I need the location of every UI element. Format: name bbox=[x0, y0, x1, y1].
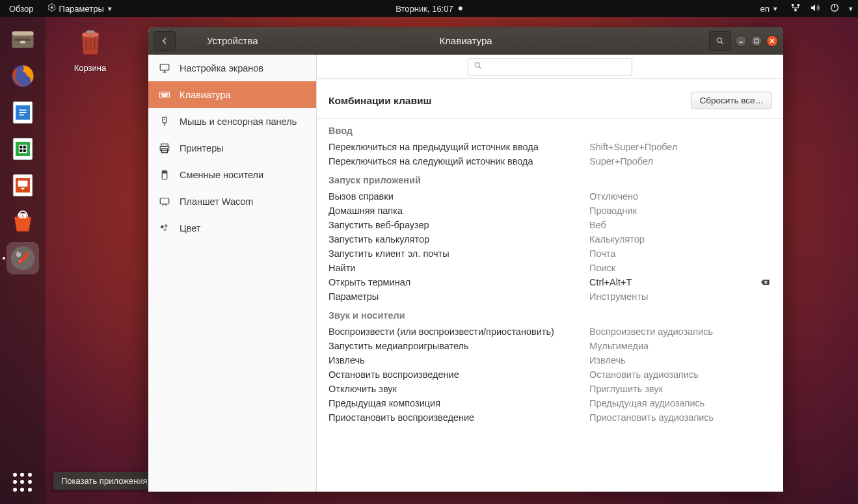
shortcut-action-label: Запустить медиапроигрыватель bbox=[328, 341, 589, 351]
sidebar-item[interactable]: Принтеры bbox=[148, 135, 316, 161]
sidebar-item[interactable]: Цвет bbox=[148, 215, 316, 241]
shortcut-key-label: Shift+Super+Пробел bbox=[589, 142, 758, 152]
shortcut-action-label: Открыть терминал bbox=[328, 277, 589, 287]
shortcut-key-label: Проводник bbox=[589, 206, 758, 216]
shortcut-row[interactable]: Запустить калькуляторКалькулятор bbox=[317, 232, 783, 246]
shortcut-key-label: Калькулятор bbox=[589, 234, 758, 245]
desktop-trash-label: Корзина bbox=[62, 63, 118, 73]
svg-text:A: A bbox=[21, 213, 25, 219]
dock-impress[interactable] bbox=[7, 169, 39, 202]
shortcut-key-label: Воспроизвести аудиозапись bbox=[589, 326, 758, 337]
sidebar-item-label: Сменные носители bbox=[180, 170, 263, 180]
sidebar-item-icon bbox=[159, 169, 170, 181]
shortcut-row[interactable]: Запустить клиент эл. почтыПочта bbox=[317, 246, 783, 261]
shortcut-row[interactable]: Отключить звукПриглушить звук bbox=[317, 382, 783, 396]
svg-point-25 bbox=[717, 38, 721, 42]
shortcut-action-label: Запустить веб-браузер bbox=[328, 220, 589, 230]
power-icon[interactable] bbox=[829, 3, 840, 15]
svg-rect-37 bbox=[162, 95, 167, 96]
dock-firefox[interactable] bbox=[7, 60, 39, 92]
shortcut-row[interactable]: Переключиться на предыдущий источник вво… bbox=[317, 140, 783, 154]
svg-rect-28 bbox=[755, 39, 758, 43]
shortcut-key-label: Извлечь bbox=[589, 355, 758, 365]
sidebar-item-label: Мышь и сенсорная панель bbox=[180, 116, 297, 127]
sidebar-item-label: Настройка экранов bbox=[180, 63, 263, 73]
back-button[interactable] bbox=[154, 31, 176, 51]
show-applications-button[interactable] bbox=[7, 466, 39, 499]
titlebar-search-button[interactable] bbox=[709, 31, 731, 51]
shortcut-row[interactable]: Приостановить воспроизведениеПриостанови… bbox=[317, 410, 783, 425]
caret-down-icon[interactable]: ▾ bbox=[849, 5, 853, 13]
search-icon bbox=[474, 61, 485, 72]
shortcut-key-label: Веб bbox=[589, 220, 758, 230]
shortcut-action-label: Воспроизвести (или воспроизвести/приоста… bbox=[328, 326, 589, 337]
dock: A bbox=[0, 17, 46, 504]
shortcut-row[interactable]: ПараметрыИнструменты bbox=[317, 289, 783, 304]
input-source-indicator[interactable]: en bbox=[757, 4, 781, 14]
volume-icon[interactable] bbox=[810, 3, 820, 15]
shortcut-row[interactable]: Запустить веб-браузерВеб bbox=[317, 218, 783, 232]
shortcut-action-label: Параметры bbox=[328, 291, 589, 302]
settings-icon bbox=[47, 3, 57, 14]
svg-rect-8 bbox=[14, 38, 31, 41]
shortcut-action-label: Домашняя папка bbox=[328, 206, 589, 216]
window-maximize-button[interactable] bbox=[751, 35, 762, 47]
sidebar-item-label: Планшет Wacom bbox=[180, 196, 253, 207]
svg-rect-24 bbox=[86, 31, 94, 33]
shortcut-row[interactable]: Переключиться на следующий источник ввод… bbox=[317, 154, 783, 168]
dock-files[interactable] bbox=[7, 23, 39, 56]
desktop-trash-icon[interactable]: Корзина bbox=[62, 25, 118, 73]
shortcut-row[interactable]: Воспроизвести (или воспроизвести/приоста… bbox=[317, 325, 783, 339]
shortcut-key-label: Приостановить аудиозапись bbox=[589, 412, 758, 423]
shortcut-row[interactable]: Предыдущая композицияПредыдущая аудиозап… bbox=[317, 396, 783, 410]
shortcut-row[interactable]: Остановить воспроизведениеОстановить ауд… bbox=[317, 367, 783, 382]
shortcut-row[interactable]: Запустить медиапроигрывательМультимедиа bbox=[317, 339, 783, 353]
activities-button[interactable]: Обзор bbox=[5, 4, 38, 14]
dock-writer[interactable] bbox=[7, 96, 39, 129]
dock-settings[interactable] bbox=[7, 242, 39, 274]
shortcut-action-label: Отключить звук bbox=[328, 384, 589, 394]
apps-tooltip-label: Показать приложения bbox=[61, 476, 148, 486]
sidebar-item-icon bbox=[159, 142, 170, 154]
shortcut-search-input[interactable] bbox=[468, 58, 632, 75]
sidebar-item-icon bbox=[159, 89, 170, 101]
shortcut-row[interactable]: Открыть терминалCtrl+Alt+T bbox=[317, 275, 783, 289]
sidebar-item[interactable]: Настройка экранов bbox=[148, 55, 316, 81]
shortcut-action-label: Запустить калькулятор bbox=[328, 234, 589, 245]
shortcuts-heading: Комбинации клавиш bbox=[328, 95, 431, 107]
svg-point-0 bbox=[50, 7, 53, 9]
svg-line-50 bbox=[479, 66, 481, 68]
svg-rect-35 bbox=[165, 93, 167, 94]
shortcut-remove-button[interactable] bbox=[758, 277, 771, 287]
sidebar-item[interactable]: Планшет Wacom bbox=[148, 188, 316, 215]
shortcut-action-label: Запустить клиент эл. почты bbox=[328, 248, 589, 259]
sidebar-item[interactable]: Сменные носители bbox=[148, 161, 316, 188]
sidebar-item-icon bbox=[159, 116, 170, 127]
svg-rect-32 bbox=[160, 92, 170, 98]
svg-rect-45 bbox=[160, 198, 169, 204]
shortcut-action-label: Переключиться на следующий источник ввод… bbox=[328, 156, 589, 166]
sidebar-item-label: Принтеры bbox=[180, 143, 224, 153]
svg-rect-1 bbox=[792, 4, 794, 6]
shortcut-row[interactable]: Домашняя папкаПроводник bbox=[317, 204, 783, 218]
clock[interactable]: Вторник, 16:07 bbox=[395, 4, 462, 14]
svg-point-46 bbox=[161, 225, 164, 228]
shortcut-row[interactable]: НайтиПоиск bbox=[317, 261, 783, 275]
window-minimize-button[interactable] bbox=[735, 35, 747, 47]
shortcut-action-label: Остановить воспроизведение bbox=[328, 369, 589, 380]
sidebar-item-label: Цвет bbox=[180, 223, 201, 233]
dock-calc[interactable] bbox=[7, 133, 39, 165]
shortcuts-list[interactable]: ВводПереключиться на предыдущий источник… bbox=[317, 118, 783, 492]
reset-all-button[interactable]: Сбросить все… bbox=[691, 92, 771, 109]
sidebar-item[interactable]: Клавиатура bbox=[148, 81, 316, 108]
network-icon[interactable] bbox=[790, 3, 801, 15]
window-close-button[interactable] bbox=[766, 35, 778, 47]
sidebar-item[interactable]: Мышь и сенсорная панель bbox=[148, 108, 316, 135]
dock-software[interactable]: A bbox=[7, 206, 39, 238]
app-menu[interactable]: Параметры bbox=[43, 3, 116, 14]
svg-line-26 bbox=[721, 42, 723, 44]
shortcut-row[interactable]: ИзвлечьИзвлечь bbox=[317, 353, 783, 367]
shortcut-key-label: Ctrl+Alt+T bbox=[589, 277, 758, 287]
shortcut-row[interactable]: Вызов справкиОтключено bbox=[317, 189, 783, 204]
svg-rect-36 bbox=[167, 93, 168, 94]
